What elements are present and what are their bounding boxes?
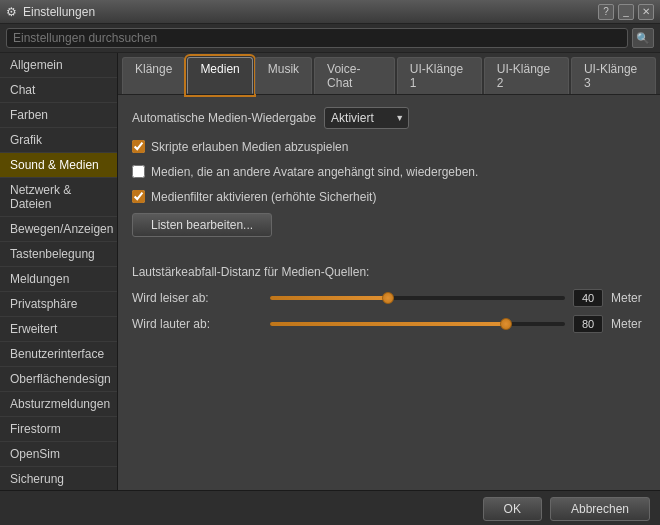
tab-ui-klange3[interactable]: UI-Klänge 3 — [571, 57, 656, 94]
tab-content: Automatische Medien-Wiedergabe Aktiviert… — [118, 95, 660, 490]
sidebar-item-firestorm[interactable]: Firestorm — [0, 417, 117, 442]
checkbox-avatare[interactable] — [132, 165, 145, 178]
slider1-thumb[interactable] — [382, 292, 394, 304]
auto-media-row: Automatische Medien-Wiedergabe Aktiviert… — [132, 107, 646, 129]
checkbox-medienfilter[interactable] — [132, 190, 145, 203]
main-layout: AllgemeinChatFarbenGrafikSound & MedienN… — [0, 53, 660, 490]
sidebar-item-benutzerinterface[interactable]: Benutzerinterface — [0, 342, 117, 367]
slider1-track — [270, 296, 565, 300]
auto-media-label: Automatische Medien-Wiedergabe — [132, 111, 316, 125]
search-button[interactable]: 🔍 — [632, 28, 654, 48]
tab-voice-chat[interactable]: Voice-Chat — [314, 57, 395, 94]
search-icon: 🔍 — [636, 32, 650, 45]
title-bar-controls: ? _ ✕ — [598, 4, 654, 20]
slider1-label: Wird leiser ab: — [132, 291, 262, 305]
sidebar: AllgemeinChatFarbenGrafikSound & MedienN… — [0, 53, 118, 490]
title-bar: ⚙ Einstellungen ? _ ✕ — [0, 0, 660, 24]
sidebar-item-absturzmeldungen[interactable]: Absturzmeldungen — [0, 392, 117, 417]
volume-row-2: Wird lauter ab: 80 Meter — [132, 315, 646, 333]
slider2-unit: Meter — [611, 317, 646, 331]
sidebar-item-oberflachendesign[interactable]: Oberflächendesign — [0, 367, 117, 392]
sidebar-item-sicherung[interactable]: Sicherung — [0, 467, 117, 490]
app-icon: ⚙ — [6, 5, 17, 19]
checkbox-skripte-label: Skripte erlauben Medien abzuspielen — [151, 139, 348, 156]
window-title: Einstellungen — [23, 5, 95, 19]
tab-medien[interactable]: Medien — [187, 57, 252, 94]
sidebar-item-meldungen[interactable]: Meldungen — [0, 267, 117, 292]
checkbox-row-3: Medienfilter aktivieren (erhöhte Sicherh… — [132, 189, 646, 206]
volume-row-1: Wird leiser ab: 40 Meter — [132, 289, 646, 307]
slider2-track — [270, 322, 565, 326]
cancel-button[interactable]: Abbrechen — [550, 497, 650, 521]
sidebar-item-netzwerk-dateien[interactable]: Netzwerk & Dateien — [0, 178, 117, 217]
slider2-value: 80 — [573, 315, 603, 333]
volume-section: Lautstärkeabfall-Distanz für Medien-Quel… — [132, 265, 646, 333]
sidebar-item-sound-medien[interactable]: Sound & Medien — [0, 153, 117, 178]
slider1-container — [270, 290, 565, 306]
close-button[interactable]: ✕ — [638, 4, 654, 20]
tab-ui-klange1[interactable]: UI-Klänge 1 — [397, 57, 482, 94]
help-button[interactable]: ? — [598, 4, 614, 20]
sidebar-item-bewegen-anzeigen[interactable]: Bewegen/Anzeigen — [0, 217, 117, 242]
checkbox-skripte[interactable] — [132, 140, 145, 153]
slider2-thumb[interactable] — [500, 318, 512, 330]
sidebar-item-chat[interactable]: Chat — [0, 78, 117, 103]
content-area: KlängeMedienMusikVoice-ChatUI-Klänge 1UI… — [118, 53, 660, 490]
search-input[interactable] — [6, 28, 628, 48]
checkbox-row-1: Skripte erlauben Medien abzuspielen — [132, 139, 646, 156]
sidebar-item-privatsphare[interactable]: Privatsphäre — [0, 292, 117, 317]
slider2-fill — [270, 322, 506, 326]
slider2-container — [270, 316, 565, 332]
sidebar-item-farben[interactable]: Farben — [0, 103, 117, 128]
tabs: KlängeMedienMusikVoice-ChatUI-Klänge 1UI… — [118, 53, 660, 95]
slider1-unit: Meter — [611, 291, 646, 305]
slider2-label: Wird lauter ab: — [132, 317, 262, 331]
tab-ui-klange2[interactable]: UI-Klänge 2 — [484, 57, 569, 94]
tab-musik[interactable]: Musik — [255, 57, 312, 94]
title-bar-left: ⚙ Einstellungen — [6, 5, 95, 19]
slider1-fill — [270, 296, 388, 300]
checkbox-avatare-label: Medien, die an andere Avatare angehängt … — [151, 164, 478, 181]
slider1-value: 40 — [573, 289, 603, 307]
sidebar-item-grafik[interactable]: Grafik — [0, 128, 117, 153]
auto-media-dropdown-wrapper: Aktiviert Deaktiviert — [324, 107, 409, 129]
listen-bearbeiten-button[interactable]: Listen bearbeiten... — [132, 213, 272, 237]
ok-button[interactable]: OK — [483, 497, 542, 521]
search-bar: 🔍 — [0, 24, 660, 53]
volume-title: Lautstärkeabfall-Distanz für Medien-Quel… — [132, 265, 646, 279]
auto-media-dropdown[interactable]: Aktiviert Deaktiviert — [324, 107, 409, 129]
sidebar-item-tastenbelegung[interactable]: Tastenbelegung — [0, 242, 117, 267]
sidebar-item-opensim[interactable]: OpenSim — [0, 442, 117, 467]
sidebar-item-erweitert[interactable]: Erweitert — [0, 317, 117, 342]
checkbox-row-2: Medien, die an andere Avatare angehängt … — [132, 164, 646, 181]
checkbox-medienfilter-label: Medienfilter aktivieren (erhöhte Sicherh… — [151, 189, 376, 206]
minimize-button[interactable]: _ — [618, 4, 634, 20]
footer: OK Abbrechen — [0, 490, 660, 525]
tab-klange[interactable]: Klänge — [122, 57, 185, 94]
sidebar-item-allgemein[interactable]: Allgemein — [0, 53, 117, 78]
